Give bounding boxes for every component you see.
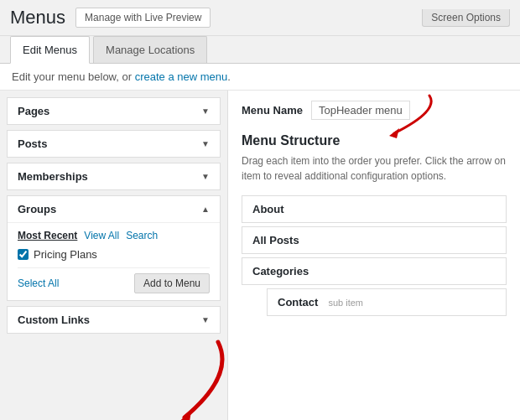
menu-name-label: Menu Name xyxy=(242,104,303,117)
chevron-down-icon: ▼ xyxy=(201,315,210,324)
accordion-posts-header[interactable]: Posts ▼ xyxy=(8,131,220,157)
notice-bar: Edit your menu below, or create a new me… xyxy=(0,64,520,91)
chevron-down-icon: ▼ xyxy=(201,139,210,148)
accordion-groups: Groups ▲ Most Recent View All Search Pri… xyxy=(7,195,221,301)
tab-search[interactable]: Search xyxy=(126,230,158,241)
menu-item-categories[interactable]: Categories xyxy=(242,257,507,285)
panel-container: Pages ▼ Posts ▼ Memberships ▼ Groups ▲ xyxy=(0,91,520,420)
tab-manage-locations[interactable]: Manage Locations xyxy=(93,36,207,63)
live-preview-button[interactable]: Manage with Live Preview xyxy=(75,8,211,28)
top-bar: Menus Manage with Live Preview Screen Op… xyxy=(0,0,520,36)
accordion-memberships-header[interactable]: Memberships ▼ xyxy=(8,163,220,189)
pricing-plans-label: Pricing Plans xyxy=(34,248,97,261)
notice-text: Edit your menu below, or xyxy=(12,70,135,83)
accordion-custom-links-header[interactable]: Custom Links ▼ xyxy=(8,307,220,333)
tab-most-recent[interactable]: Most Recent xyxy=(18,230,77,241)
accordion-pages: Pages ▼ xyxy=(7,97,221,125)
menu-structure-title: Menu Structure xyxy=(242,133,507,148)
page-title: Menus xyxy=(10,7,65,29)
pricing-plans-row: Pricing Plans xyxy=(18,248,210,261)
accordion-memberships-label: Memberships xyxy=(18,170,88,183)
chevron-down-icon: ▼ xyxy=(201,172,210,181)
left-panel: Pages ▼ Posts ▼ Memberships ▼ Groups ▲ xyxy=(0,91,228,420)
accordion-custom-links-label: Custom Links xyxy=(18,314,90,326)
accordion-groups-header[interactable]: Groups ▲ xyxy=(8,196,220,222)
screen-options-button[interactable]: Screen Options xyxy=(422,9,510,27)
accordion-pages-header[interactable]: Pages ▼ xyxy=(8,98,220,124)
chevron-up-icon: ▲ xyxy=(201,205,210,214)
tab-edit-menus[interactable]: Edit Menus xyxy=(10,36,90,64)
accordion-posts-label: Posts xyxy=(18,137,47,150)
notice-suffix: . xyxy=(227,70,231,83)
accordion-pages-label: Pages xyxy=(18,105,49,117)
create-new-menu-link[interactable]: create a new menu xyxy=(135,70,228,83)
right-panel: Menu Name TopHeader menu Menu Structure … xyxy=(228,91,520,420)
menu-item-contact[interactable]: Contact sub item xyxy=(267,288,507,316)
menu-item-categories-label: Categories xyxy=(252,265,309,277)
menu-item-about-label: About xyxy=(252,203,284,215)
groups-tab-links: Most Recent View All Search xyxy=(18,230,210,241)
tabs-row: Edit Menus Manage Locations xyxy=(0,36,520,64)
menu-item-about[interactable]: About xyxy=(242,195,507,223)
menu-structure-desc: Drag each item into the order you prefer… xyxy=(242,153,507,184)
menu-item-all-posts[interactable]: All Posts xyxy=(242,226,507,254)
menu-item-contact-label: Contact xyxy=(278,296,318,309)
select-all-link[interactable]: Select All xyxy=(18,277,59,289)
accordion-custom-links: Custom Links ▼ xyxy=(7,306,221,334)
accordion-groups-label: Groups xyxy=(18,203,56,215)
menu-item-all-posts-label: All Posts xyxy=(252,234,299,246)
chevron-down-icon: ▼ xyxy=(201,106,210,116)
add-to-menu-button[interactable]: Add to Menu xyxy=(134,273,210,293)
menu-name-value: TopHeader menu xyxy=(311,101,410,120)
accordion-memberships: Memberships ▼ xyxy=(7,163,221,190)
groups-footer: Select All Add to Menu xyxy=(18,267,210,293)
pricing-plans-checkbox[interactable] xyxy=(18,249,29,260)
menu-name-row: Menu Name TopHeader menu xyxy=(242,101,507,120)
accordion-groups-body: Most Recent View All Search Pricing Plan… xyxy=(8,222,220,300)
accordion-posts: Posts ▼ xyxy=(7,130,221,158)
tab-view-all[interactable]: View All xyxy=(84,230,119,241)
menu-item-contact-sub: sub item xyxy=(328,298,363,308)
